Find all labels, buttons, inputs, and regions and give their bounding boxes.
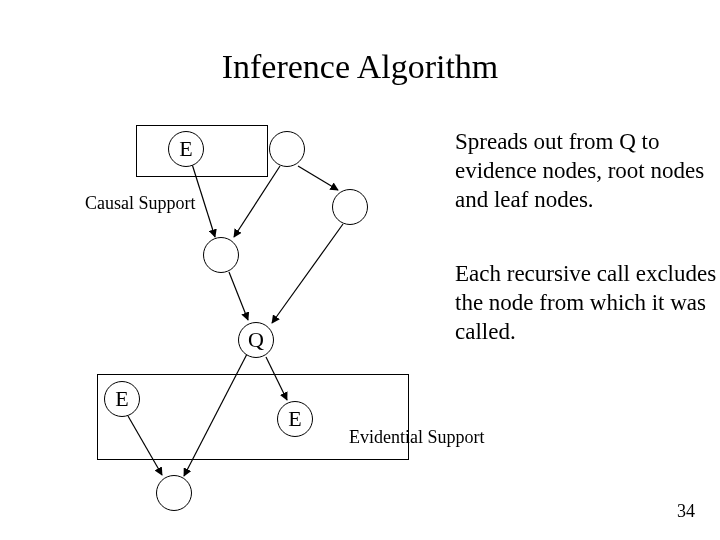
- node-mid-left: [203, 237, 239, 273]
- label-causal-support: Causal Support: [85, 193, 196, 214]
- page-title: Inference Algorithm: [0, 48, 720, 86]
- svg-line-2: [298, 166, 338, 190]
- node-leaf-bottom: [156, 475, 192, 511]
- svg-line-4: [272, 224, 343, 323]
- node-root-2: [269, 131, 305, 167]
- svg-line-3: [229, 272, 248, 320]
- node-Q: Q: [238, 322, 274, 358]
- node-E-right: E: [277, 401, 313, 437]
- node-mid-right: [332, 189, 368, 225]
- slide: Inference Algorithm Spreads out from Q t…: [0, 0, 720, 540]
- paragraph-recursive: Each recursive call excludes the node fr…: [455, 260, 720, 346]
- paragraph-spread: Spreads out from Q to evidence nodes, ro…: [455, 128, 720, 214]
- node-E-left: E: [104, 381, 140, 417]
- label-evidential-support: Evidential Support: [349, 427, 484, 448]
- node-E-top: E: [168, 131, 204, 167]
- page-number: 34: [677, 501, 695, 522]
